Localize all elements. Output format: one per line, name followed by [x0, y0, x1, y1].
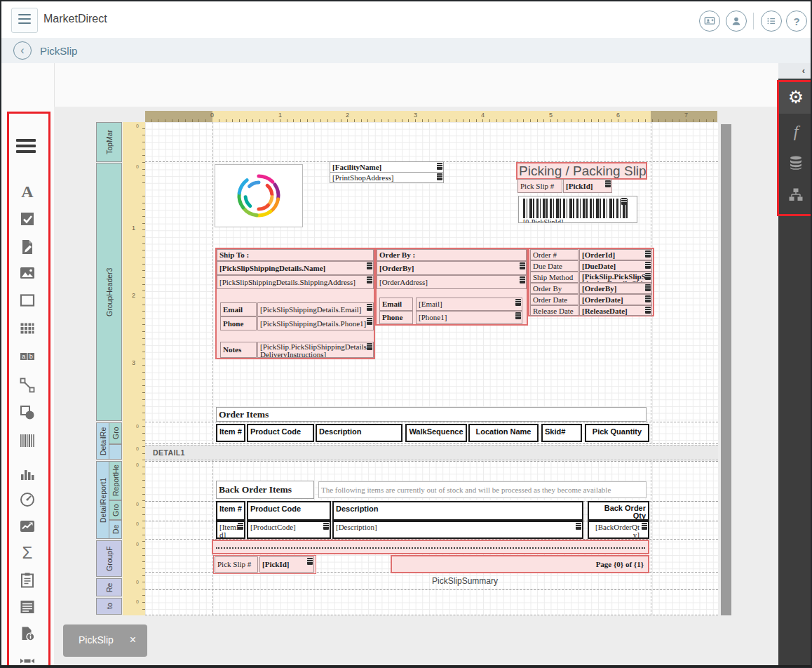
back-order-item-field[interactable]: [ItemId] — [216, 521, 245, 539]
data-sources-tab[interactable] — [778, 146, 812, 180]
ship-to-email-field[interactable]: [PickSlipShippingDetails.Email] — [257, 302, 374, 316]
document-outline-tab[interactable] — [778, 178, 812, 212]
ship-to-heading[interactable]: Ship To : — [217, 249, 374, 261]
report-info-tool[interactable] — [18, 624, 37, 643]
properties-tab[interactable]: ⚙ — [778, 80, 812, 114]
back-order-note[interactable]: The following items are currently out of… — [318, 481, 647, 498]
band-topmargin[interactable]: TopMar — [96, 122, 122, 162]
ship-to-address-field[interactable]: [PickSlipShippingDetails.ShippingAddress… — [217, 275, 374, 289]
list-menu-button[interactable] — [761, 11, 782, 32]
order-by-field[interactable]: [OrderBy] — [579, 283, 652, 294]
checkbox-tool[interactable] — [18, 209, 37, 229]
release-date-field[interactable]: [ReleaseDate] — [579, 305, 652, 316]
ship-to-name-field[interactable]: [PickSlipShippingDetails.Name] — [217, 261, 374, 275]
band-group-inner[interactable]: Gro — [109, 422, 122, 444]
band-detailreport1[interactable]: DetailReport1 — [96, 461, 109, 539]
band-detail-inner[interactable]: De — [109, 520, 122, 539]
ship-method-field[interactable]: [PickSlip.PickSlipShippingDetails.ShipMe… — [579, 272, 652, 283]
ship-to-email-label[interactable]: Email — [220, 302, 257, 316]
order-info-label[interactable]: Order Date — [530, 294, 578, 305]
share-screen-button[interactable] — [699, 11, 720, 32]
band-detailre[interactable]: DetailRe — [96, 422, 109, 460]
band-inner-blank[interactable] — [109, 444, 122, 460]
band-reportfooter[interactable]: Re — [96, 578, 122, 596]
order-items-col-productcode[interactable]: Product Code — [247, 424, 314, 442]
band-groupfooter[interactable]: GroupF — [96, 540, 122, 577]
order-info-label[interactable]: Due Date — [530, 260, 578, 272]
order-date-field[interactable]: [OrderDate] — [579, 294, 652, 305]
table-tool[interactable] — [18, 319, 37, 338]
sparkline-tool[interactable] — [18, 516, 37, 536]
print-shop-address-field[interactable]: [PrintShopAddress] — [330, 172, 444, 183]
back-button[interactable]: ‹ — [13, 41, 32, 60]
order-items-col-pickquantity[interactable]: Pick Quantity — [585, 424, 649, 442]
order-info-label[interactable]: Order By — [530, 283, 578, 294]
shapes-tool[interactable] — [18, 403, 37, 422]
footer-divider-band[interactable] — [212, 540, 649, 554]
ship-to-notes-label[interactable]: Notes — [220, 342, 257, 358]
text-tool[interactable]: A — [18, 182, 37, 201]
back-order-col-item[interactable]: Item # — [216, 501, 245, 521]
order-items-col-description[interactable]: Description — [316, 424, 402, 442]
back-order-title[interactable]: Back Order Items — [216, 481, 314, 499]
order-by-block[interactable]: Order By : [OrderBy] [OrderAddress] Emai… — [375, 248, 528, 326]
input-field-tool[interactable]: ab — [18, 347, 37, 366]
subreport-tool[interactable] — [18, 570, 37, 590]
band-reportheader[interactable]: ReportHe — [109, 461, 122, 500]
order-info-label[interactable]: Release Date — [530, 305, 578, 316]
document-tab-pickslip[interactable]: PickSlip × — [63, 624, 147, 657]
order-items-title[interactable]: Order Items — [216, 407, 647, 422]
back-order-description-field[interactable]: [Description] — [332, 521, 583, 539]
gauge-tool[interactable] — [18, 490, 37, 509]
main-menu-button[interactable] — [11, 8, 38, 33]
order-by-name-field[interactable]: [OrderBy] — [377, 261, 527, 275]
band-groupheader3[interactable]: GroupHeader3 — [96, 163, 122, 421]
back-order-col-qty[interactable]: Back Order Qty — [588, 501, 649, 521]
pick-id-field[interactable]: [PickId] — [563, 179, 612, 193]
help-button[interactable]: ? — [786, 11, 807, 32]
richtext-tool[interactable] — [18, 237, 37, 257]
barcode-field[interactable]: [0-PickSlipId] — [518, 196, 637, 223]
page-number-field[interactable]: Page {0} of {1} — [391, 555, 649, 573]
back-order-productcode-field[interactable]: [ProductCode] — [247, 521, 331, 539]
image-tool[interactable] — [18, 263, 37, 283]
detail1-band-strip[interactable]: DETAIL1 — [145, 445, 718, 460]
line-tool[interactable] — [18, 375, 37, 395]
order-by-email-field[interactable]: [Email] — [416, 298, 522, 311]
pickslip-summary-label[interactable]: PickSlipSummary — [212, 573, 718, 589]
band-group-inner2[interactable]: Gro — [109, 500, 122, 520]
order-items-col-skid[interactable]: Skid# — [541, 424, 582, 442]
order-info-block[interactable]: Order # [OrderId] Due Date [DueDate] Shi… — [528, 248, 654, 316]
order-by-heading[interactable]: Order By : — [377, 249, 527, 261]
close-icon[interactable]: × — [130, 634, 136, 646]
order-info-label[interactable]: Order # — [530, 249, 578, 260]
pick-slip-label[interactable]: Pick Slip # — [517, 179, 562, 193]
ship-to-notes-field[interactable]: [PickSlip.PickSlipShippingDetails.Delive… — [257, 342, 374, 358]
order-items-col-locationname[interactable]: Location Name — [468, 424, 539, 442]
footer-pick-slip-label[interactable]: Pick Slip # — [215, 556, 258, 573]
barcode-tool[interactable] — [18, 431, 37, 450]
shape-tool[interactable] — [18, 290, 37, 310]
collapse-panel-button[interactable]: ‹ — [778, 63, 812, 79]
ship-to-phone-field[interactable]: [PickSlipShippingDetails.Phone1] — [257, 316, 374, 330]
footer-pickslip-group[interactable]: Pick Slip # [PickId] — [213, 555, 316, 574]
back-order-col-productcode[interactable]: Product Code — [247, 501, 331, 521]
tablix-tool[interactable] — [18, 597, 37, 617]
ship-to-phone-label[interactable]: Phone — [220, 316, 257, 330]
band-bottommargin[interactable]: to — [96, 598, 122, 615]
order-by-phone-field[interactable]: [Phone1] — [416, 311, 522, 324]
ship-to-block[interactable]: Ship To : [PickSlipShippingDetails.Name]… — [215, 248, 375, 359]
order-items-col-walksequence[interactable]: WalkSequence — [405, 424, 467, 442]
order-by-email-label[interactable]: Email — [379, 298, 413, 311]
order-by-phone-label[interactable]: Phone — [379, 311, 413, 324]
order-info-label[interactable]: Ship Method — [530, 272, 578, 283]
back-order-col-description[interactable]: Description — [332, 501, 583, 521]
order-address-field[interactable]: [OrderAddress] — [377, 275, 527, 289]
functions-tab[interactable]: f — [778, 114, 812, 148]
report-title-field[interactable]: Picking / Packing Slip — [516, 162, 647, 180]
due-date-field[interactable]: [DueDate] — [579, 260, 652, 272]
user-account-button[interactable] — [726, 11, 747, 32]
back-order-qty-field[interactable]: [BackOrderQty] — [588, 521, 649, 539]
facility-name-field[interactable]: [FacilityName] — [330, 161, 444, 173]
facility-logo[interactable] — [215, 164, 303, 227]
